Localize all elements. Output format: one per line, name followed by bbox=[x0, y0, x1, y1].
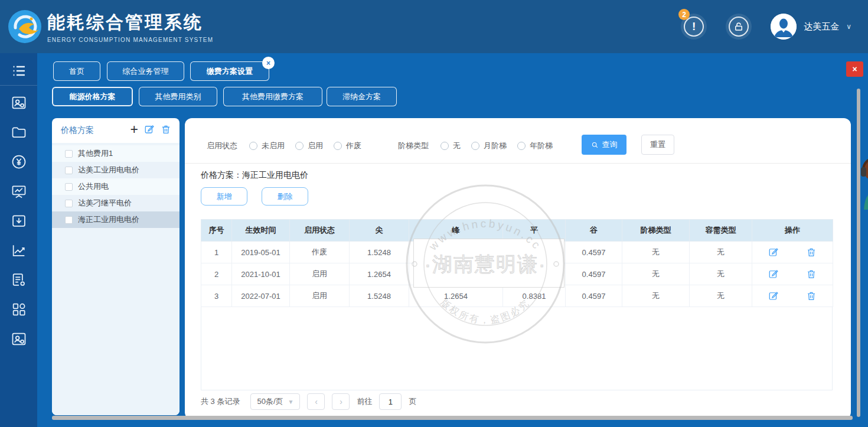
edit-row-button[interactable] bbox=[768, 247, 779, 257]
current-plan-value: 海正工业用电电价 bbox=[242, 170, 308, 180]
plan-checkbox[interactable] bbox=[65, 150, 73, 158]
edit-plan-button[interactable] bbox=[144, 124, 155, 135]
delete-plan-button[interactable] bbox=[161, 124, 171, 135]
plan-checkbox[interactable] bbox=[65, 216, 73, 224]
plan-list-item[interactable]: 其他费用1 bbox=[52, 145, 180, 162]
edit-row-button[interactable] bbox=[768, 291, 779, 301]
horizontal-scrollbar[interactable] bbox=[52, 416, 853, 420]
radio-status-enabled[interactable]: 启用 bbox=[295, 141, 323, 151]
currency-refresh-icon bbox=[11, 154, 27, 170]
folder-download-icon bbox=[11, 213, 27, 229]
sidebar-item-menu[interactable] bbox=[0, 56, 37, 86]
prev-page-button[interactable]: ‹ bbox=[307, 393, 325, 410]
goto-label: 前往 bbox=[357, 396, 372, 407]
tier-filter-label: 阶梯类型 bbox=[398, 141, 429, 151]
delete-row-button[interactable] bbox=[806, 269, 817, 279]
username: 达美五金 bbox=[804, 21, 839, 32]
subtab-late-fee-plan[interactable]: 滞纳金方案 bbox=[327, 87, 397, 106]
query-button-label: 查询 bbox=[602, 139, 618, 150]
page-unit-label: 页 bbox=[409, 396, 416, 407]
plan-item-label: 海正工业用电电价 bbox=[78, 214, 139, 225]
page-size-value: 50条/页 bbox=[257, 396, 283, 407]
delete-button[interactable]: 删除 bbox=[262, 187, 308, 206]
subtab-late-fee-plan-label: 滞纳金方案 bbox=[342, 92, 381, 102]
sidebar-item-report-settings[interactable] bbox=[0, 265, 37, 295]
user-menu[interactable]: 达美五金 ∨ bbox=[771, 14, 851, 40]
trash-icon bbox=[806, 247, 817, 257]
radio-tier-monthly[interactable]: 月阶梯 bbox=[471, 141, 507, 151]
presentation-chart-icon bbox=[11, 183, 27, 200]
col-index: 序号 bbox=[201, 220, 232, 242]
radio-tier-yearly[interactable]: 年阶梯 bbox=[517, 141, 553, 151]
brand-block: 能耗综合管理系统 ENERGY CONSUMPTION MANAGEMENT S… bbox=[47, 11, 213, 43]
sidebar-item-statistics[interactable] bbox=[0, 236, 37, 265]
plan-list-item-selected[interactable]: 海正工业用电电价 bbox=[52, 211, 180, 228]
status-filter-group: 启用状态 未启用 启用 作废 bbox=[207, 141, 361, 151]
radio-label: 未启用 bbox=[262, 141, 285, 151]
plan-list-item[interactable]: 达美工业用电电价 bbox=[52, 162, 180, 178]
radio-status-voided[interactable]: 作废 bbox=[334, 141, 361, 151]
sidebar-item-user-management[interactable] bbox=[0, 88, 37, 118]
edit-row-button[interactable] bbox=[768, 269, 779, 279]
radio-icon[interactable] bbox=[295, 142, 304, 150]
sidebar-item-data-download[interactable] bbox=[0, 206, 37, 236]
plan-item-label: 公共用电 bbox=[78, 181, 109, 192]
radio-icon[interactable] bbox=[471, 142, 479, 150]
current-plan-label: 价格方案： bbox=[201, 170, 242, 180]
plan-checkbox[interactable] bbox=[65, 167, 73, 174]
edit-icon bbox=[768, 291, 779, 301]
price-plan-tools: + bbox=[130, 123, 171, 135]
tab-payment-plan-settings[interactable]: 缴费方案设置 bbox=[190, 61, 269, 81]
subtab-other-fee-category[interactable]: 其他费用类别 bbox=[139, 87, 217, 106]
tab-close-badge-glyph: × bbox=[266, 59, 270, 67]
sidebar-item-documents[interactable] bbox=[0, 118, 37, 147]
tab-business-management[interactable]: 综合业务管理 bbox=[107, 61, 184, 81]
lock-icon[interactable] bbox=[726, 14, 752, 40]
sidebar-item-applications[interactable] bbox=[0, 295, 37, 324]
tab-close-badge[interactable]: × bbox=[262, 57, 275, 69]
radio-icon[interactable] bbox=[249, 142, 257, 150]
delete-row-button[interactable] bbox=[806, 247, 817, 257]
reset-button[interactable]: 重置 bbox=[641, 135, 674, 155]
page-size-select[interactable]: 50条/页 ▼ bbox=[250, 393, 300, 410]
page-number-input[interactable] bbox=[379, 393, 402, 410]
sidebar-item-monitor-board[interactable] bbox=[0, 177, 37, 206]
radio-status-not-enabled[interactable]: 未启用 bbox=[249, 141, 285, 151]
edit-icon bbox=[768, 269, 779, 279]
delete-row-button[interactable] bbox=[806, 291, 817, 301]
tier-filter-group: 阶梯类型 无 月阶梯 年阶梯 bbox=[398, 141, 553, 151]
subtab-energy-price-plan-label: 能源价格方案 bbox=[70, 92, 116, 102]
subtab-other-fee-payment-plan[interactable]: 其他费用缴费方案 bbox=[223, 87, 322, 106]
next-page-button[interactable]: › bbox=[332, 393, 350, 410]
query-button[interactable]: 查询 bbox=[582, 135, 626, 155]
subtab-energy-price-plan[interactable]: 能源价格方案 bbox=[52, 87, 133, 106]
current-plan-line: 价格方案：海正工业用电电价 bbox=[201, 170, 308, 181]
col-flat: 平 bbox=[503, 220, 566, 242]
vertical-scrollbar[interactable] bbox=[857, 89, 860, 417]
sidebar-item-billing[interactable] bbox=[0, 147, 37, 177]
radio-icon[interactable] bbox=[334, 142, 342, 150]
add-plan-button[interactable]: + bbox=[130, 123, 138, 135]
apps-grid-icon bbox=[11, 301, 27, 318]
tab-home[interactable]: 首页 bbox=[53, 61, 100, 81]
customer-service-avatar[interactable] bbox=[859, 157, 868, 210]
radio-icon[interactable] bbox=[517, 142, 526, 150]
add-button[interactable]: 新增 bbox=[201, 187, 247, 206]
plan-list-item[interactable]: 公共用电 bbox=[52, 178, 180, 195]
table-header-row: 序号 生效时间 启用状态 尖 峰 平 谷 阶梯类型 容需类型 操作 bbox=[201, 220, 833, 242]
radio-tier-none[interactable]: 无 bbox=[440, 141, 461, 151]
plan-checkbox[interactable] bbox=[65, 200, 73, 207]
user-card-settings-icon-2 bbox=[11, 331, 27, 347]
app-root: 能耗综合管理系统 ENERGY CONSUMPTION MANAGEMENT S… bbox=[0, 0, 868, 427]
plan-checkbox[interactable] bbox=[65, 183, 73, 191]
radio-icon[interactable] bbox=[440, 142, 449, 150]
chevron-left-icon: ‹ bbox=[315, 397, 318, 406]
total-records: 共 3 条记录 bbox=[201, 396, 240, 407]
sidebar-item-user-config[interactable] bbox=[0, 324, 37, 354]
status-filter-label: 启用状态 bbox=[207, 141, 237, 151]
close-page-button[interactable]: × bbox=[846, 61, 863, 77]
watermark-backdrop bbox=[413, 239, 564, 288]
alert-icon[interactable]: 2 ! bbox=[681, 14, 707, 40]
plan-list-item[interactable]: 达美刁继平电价 bbox=[52, 195, 180, 211]
search-icon bbox=[591, 141, 599, 149]
